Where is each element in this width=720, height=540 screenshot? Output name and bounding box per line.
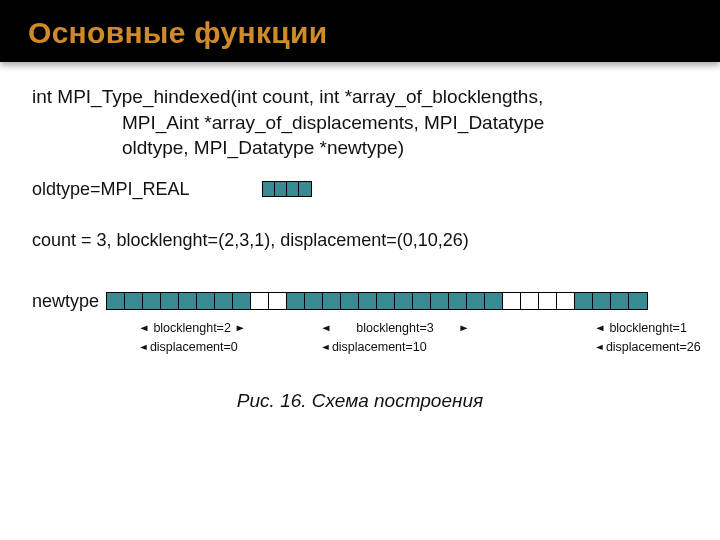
newtype-cell: [197, 293, 215, 309]
newtype-cell: [215, 293, 233, 309]
block2-disp: displacement=10: [332, 340, 427, 354]
newtype-cell: [449, 293, 467, 309]
newtype-gap: [557, 293, 575, 309]
arrow-left-icon: [138, 321, 150, 335]
arrow-right-icon: [234, 321, 246, 335]
signature-line-1: int MPI_Type_hindexed(int count, int *ar…: [32, 86, 543, 107]
oldtype-cell: [287, 182, 299, 196]
newtype-cell: [341, 293, 359, 309]
annotation-area: blocklenght=2 displacement=0 blocklenght…: [138, 320, 688, 370]
newtype-cell: [179, 293, 197, 309]
oldtype-row: oldtype=MPI_REAL: [32, 179, 688, 200]
arrow-left-icon: [594, 321, 606, 335]
newtype-cell: [359, 293, 377, 309]
block1-len: blocklenght=2: [153, 321, 231, 335]
newtype-cell: [305, 293, 323, 309]
figure-caption: Рис. 16. Схема построения: [32, 390, 688, 412]
newtype-gap: [503, 293, 521, 309]
newtype-gap: [251, 293, 269, 309]
arrow-left-icon: [320, 321, 332, 335]
newtype-gap: [521, 293, 539, 309]
content-area: int MPI_Type_hindexed(int count, int *ar…: [0, 62, 720, 412]
newtype-cell: [143, 293, 161, 309]
oldtype-cell: [263, 182, 275, 196]
newtype-cell: [125, 293, 143, 309]
params-line: count = 3, blocklenght=(2,3,1), displace…: [32, 230, 688, 251]
newtype-cell: [323, 293, 341, 309]
newtype-block: [106, 292, 648, 310]
newtype-cell: [485, 293, 503, 309]
block1-disp: displacement=0: [150, 340, 238, 354]
newtype-gap: [269, 293, 287, 309]
newtype-cell: [287, 293, 305, 309]
oldtype-block: [262, 181, 312, 197]
arrow-right-icon: [458, 321, 470, 335]
arrow-left-icon: [138, 340, 150, 354]
newtype-row: newtype: [32, 291, 688, 312]
arrow-left-icon: [320, 340, 332, 354]
oldtype-cell: [275, 182, 287, 196]
block2-len: blocklenght=3: [356, 321, 434, 335]
newtype-cell: [611, 293, 629, 309]
page-title: Основные функции: [28, 16, 692, 50]
signature-line-2: MPI_Aint *array_of_displacements, MPI_Da…: [32, 110, 688, 136]
newtype-cell: [107, 293, 125, 309]
block3-len: blocklenght=1: [609, 321, 687, 335]
newtype-cell: [395, 293, 413, 309]
function-signature: int MPI_Type_hindexed(int count, int *ar…: [32, 84, 688, 161]
oldtype-cell: [299, 182, 311, 196]
newtype-cell: [431, 293, 449, 309]
annotation-block-1: blocklenght=2 displacement=0: [138, 320, 246, 356]
newtype-cell: [629, 293, 647, 309]
newtype-gap: [539, 293, 557, 309]
newtype-cell: [413, 293, 431, 309]
newtype-cell: [593, 293, 611, 309]
oldtype-label: oldtype=MPI_REAL: [32, 179, 262, 200]
newtype-cell: [377, 293, 395, 309]
newtype-cell: [233, 293, 251, 309]
signature-line-3: oldtype, MPI_Datatype *newtype): [32, 135, 688, 161]
newtype-cell: [161, 293, 179, 309]
title-bar: Основные функции: [0, 0, 720, 62]
newtype-cell: [575, 293, 593, 309]
block3-disp: displacement=26: [606, 340, 701, 354]
newtype-cell: [467, 293, 485, 309]
annotation-block-2: blocklenght=3 displacement=10: [320, 320, 470, 356]
newtype-label: newtype: [32, 291, 106, 312]
arrow-left-icon: [594, 340, 606, 354]
annotation-block-3: blocklenght=1 displacement=26: [594, 320, 701, 356]
